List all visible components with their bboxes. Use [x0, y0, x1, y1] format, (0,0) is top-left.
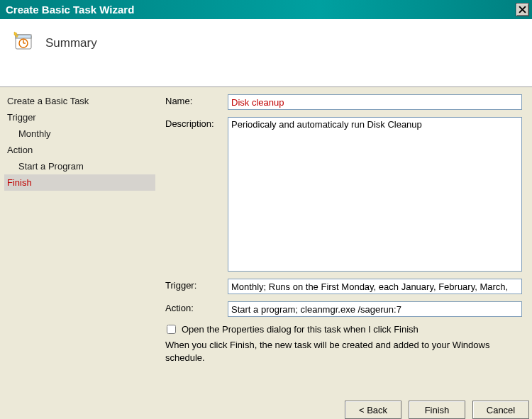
open-properties-checkbox[interactable]	[167, 325, 176, 334]
name-input[interactable]	[228, 94, 522, 110]
sidebar-item-action[interactable]: Action	[4, 142, 155, 158]
sidebar-item-create-basic-task[interactable]: Create a Basic Task	[4, 93, 155, 109]
name-label: Name:	[165, 94, 228, 110]
wizard-body: Create a Basic Task Trigger Monthly Acti…	[0, 87, 532, 396]
page-title: Summary	[45, 36, 97, 50]
sidebar-item-start-program[interactable]: Start a Program	[4, 158, 155, 174]
trigger-label: Trigger:	[165, 279, 228, 294]
finish-button[interactable]: Finish	[409, 401, 465, 419]
description-textarea[interactable]	[228, 117, 522, 272]
action-label: Action:	[165, 301, 228, 317]
cancel-button[interactable]: Cancel	[472, 401, 529, 419]
wizard-sidebar: Create a Basic Task Trigger Monthly Acti…	[0, 87, 160, 396]
action-value: Start a program; cleanmgr.exe /sagerun:7	[228, 301, 522, 317]
close-icon	[519, 6, 526, 13]
wizard-header: Summary	[0, 19, 532, 87]
titlebar[interactable]: Create Basic Task Wizard	[0, 0, 532, 19]
finish-hint: When you click Finish, the new task will…	[165, 339, 522, 364]
sidebar-item-monthly[interactable]: Monthly	[4, 125, 155, 142]
trigger-value: Monthly; Runs on the First Monday, each …	[228, 279, 522, 294]
task-icon	[13, 30, 33, 50]
close-button[interactable]	[516, 3, 529, 16]
wizard-buttons: < Back Finish Cancel	[345, 396, 532, 419]
open-properties-label: Open the Properties dialog for this task…	[182, 324, 419, 335]
description-label: Description:	[165, 117, 228, 272]
sidebar-item-finish[interactable]: Finish	[4, 174, 155, 191]
back-button[interactable]: < Back	[345, 401, 401, 419]
wizard-content: Name: Description: Trigger: Monthly; Run…	[160, 87, 532, 396]
window-title: Create Basic Task Wizard	[6, 4, 516, 16]
sidebar-item-trigger[interactable]: Trigger	[4, 109, 155, 125]
